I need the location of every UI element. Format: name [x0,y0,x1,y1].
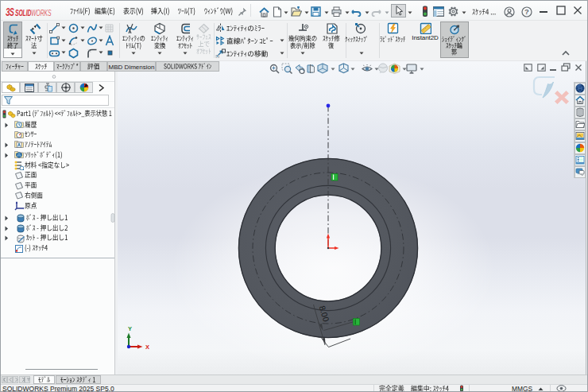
svg-text:Y: Y [128,325,132,332]
svg-text:X: X [145,343,149,351]
svg-text:?: ? [524,7,529,16]
